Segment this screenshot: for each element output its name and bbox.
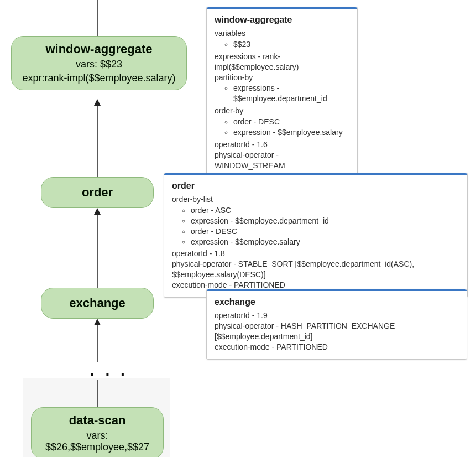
- node-title: window-aggregate: [22, 42, 176, 56]
- node-exchange[interactable]: exchange: [41, 288, 154, 319]
- panel-accent: [207, 7, 357, 9]
- panel-list-item: expression - $$employee.salary: [191, 237, 459, 247]
- panel-line: operatorId - 1.8: [172, 248, 459, 259]
- node-title: data-scan: [41, 413, 153, 428]
- panel-list: order - DESC expression - $$employee.sal…: [215, 117, 349, 138]
- panel-order: order order-by-list order - ASC expressi…: [164, 173, 468, 298]
- panel-exchange: exchange operatorId - 1.9 physical-opera…: [206, 289, 467, 360]
- panel-list-item: $$23: [233, 39, 349, 50]
- node-title: order: [51, 185, 143, 200]
- node-order[interactable]: order: [41, 177, 154, 208]
- panel-list-item: expression - $$employee.department_id: [191, 216, 459, 226]
- panel-line: expressions - rank-impl($$employee.salar…: [215, 51, 349, 72]
- panel-line: order-by: [215, 106, 349, 116]
- node-expr: expr:rank-impl($$employee.salary): [22, 72, 176, 84]
- panel-list: expressions - $$employee.department_id: [215, 83, 349, 104]
- panel-line: physical-operator - STABLE_SORT [$$emplo…: [172, 259, 459, 280]
- panel-list-item: expressions - $$employee.department_id: [233, 83, 349, 104]
- panel-title: window-aggregate: [215, 15, 349, 25]
- panel-list-item: order - DESC: [233, 117, 349, 127]
- panel-line: variables: [215, 28, 349, 39]
- panel-accent: [164, 173, 467, 175]
- panel-list-item: order - DESC: [191, 226, 459, 237]
- panel-line: physical-operator - HASH_PARTITION_EXCHA…: [215, 321, 459, 342]
- panel-line: physical-operator - WINDOW_STREAM: [215, 150, 349, 171]
- ellipsis: . . .: [90, 362, 128, 380]
- panel-line: partition-by: [215, 72, 349, 83]
- panel-line: operatorId - 1.9: [215, 310, 459, 321]
- node-title: exchange: [51, 296, 143, 310]
- panel-list-item: order - ASC: [191, 205, 459, 216]
- node-data-scan[interactable]: data-scan vars: $$26,$$employee,$$27: [31, 407, 164, 457]
- diagram-canvas: { "nodes": { "window_aggregate": { "titl…: [0, 0, 476, 457]
- panel-title: order: [172, 181, 459, 191]
- panel-line: order-by-list: [172, 194, 459, 205]
- node-vars: vars: $$23: [22, 59, 176, 70]
- node-window-aggregate[interactable]: window-aggregate vars: $$23 expr:rank-im…: [11, 36, 187, 90]
- panel-window-aggregate: window-aggregate variables $$23 expressi…: [206, 7, 358, 188]
- panel-list-item: expression - $$employee.salary: [233, 127, 349, 138]
- panel-list: $$23: [215, 39, 349, 50]
- panel-line: execution-mode - PARTITIONED: [215, 342, 459, 352]
- panel-accent: [207, 289, 467, 291]
- panel-title: exchange: [215, 297, 459, 307]
- panel-line: operatorId - 1.6: [215, 139, 349, 150]
- panel-list: order - ASC expression - $$employee.depa…: [172, 205, 459, 247]
- node-vars: vars: $$26,$$employee,$$27: [41, 430, 153, 453]
